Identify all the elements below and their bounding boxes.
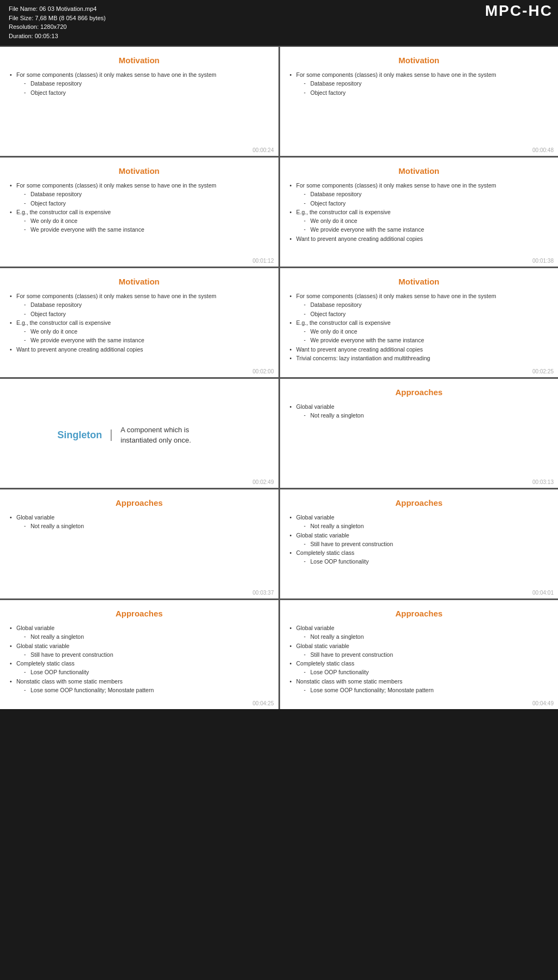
timestamp: 00:02:25 (532, 368, 554, 374)
sub-bullet: Database repository (304, 79, 549, 88)
bullet: Global static variableStill have to prev… (290, 531, 549, 549)
slide-12: ApproachesGlobal variableNot really a si… (280, 600, 559, 709)
sub-bullet: Still have to prevent construction (304, 650, 549, 659)
sub-bullet: Database repository (304, 190, 549, 198)
file-info: File Name: 06 03 Motivation.mp4 File Siz… (4, 2, 554, 43)
bullet: Want to prevent anyone creating addition… (290, 234, 549, 243)
slide-content: Global variableNot really a singletonGlo… (10, 624, 269, 694)
timestamp: 00:04:25 (253, 700, 274, 706)
bullet: Trivial concerns: lazy instantiation and… (290, 354, 549, 362)
slide-title: Motivation (290, 56, 549, 65)
sub-bullet: Database repository (24, 79, 269, 88)
resolution: Resolution: 1280x720 (9, 22, 549, 32)
timestamp: 00:00:48 (532, 147, 554, 153)
slide-3: MotivationFor some components (classes) … (0, 158, 278, 267)
sub-bullet: We provide everyone with the same instan… (304, 336, 549, 344)
sub-bullet: Lose OOP functionality (304, 557, 549, 566)
slide-title: Approaches (10, 498, 269, 507)
slide-11: ApproachesGlobal variableNot really a si… (0, 600, 278, 709)
sub-bullet: Database repository (304, 300, 549, 309)
slide-title: Motivation (10, 166, 269, 176)
timestamp: 00:04:01 (532, 590, 554, 596)
sub-bullet: Lose OOP functionality (24, 668, 269, 676)
singleton-desc: A component which is instantiated only o… (112, 425, 221, 446)
sub-bullet: Database repository (24, 300, 269, 309)
slide-title: Approaches (290, 388, 549, 397)
slide-10: ApproachesGlobal variableNot really a si… (280, 489, 559, 598)
sub-bullet: We only do it once (304, 216, 549, 225)
bullet: For some components (classes) it only ma… (290, 70, 549, 97)
slide-content: For some components (classes) it only ma… (10, 292, 269, 354)
bullet: E.g., the constructor call is expensiveW… (290, 208, 549, 234)
sub-bullet: We provide everyone with the same instan… (24, 336, 269, 344)
timestamp: 00:02:00 (253, 368, 274, 374)
bullet: Nonstatic class with some static members… (290, 677, 549, 695)
slide-content: Global variableNot really a singleton (290, 402, 549, 420)
slide-title: Approaches (10, 609, 269, 618)
sub-bullet: Not really a singleton (304, 632, 549, 641)
timestamp: 00:03:37 (253, 590, 274, 596)
slide-title: Approaches (290, 498, 549, 507)
bullet: Completely static classLose OOP function… (10, 659, 269, 677)
slide-title: Approaches (290, 609, 549, 618)
sub-bullet: Object factory (24, 310, 269, 318)
slide-content: For some components (classes) it only ma… (10, 181, 269, 234)
slide-title: Motivation (10, 56, 269, 65)
file-name: File Name: 06 03 Motivation.mp4 (9, 4, 549, 14)
singleton-label: Singleton (57, 429, 112, 441)
slide-grid: MotivationFor some components (classes) … (0, 46, 558, 709)
bullet: Global static variableStill have to prev… (10, 642, 269, 660)
bullet: Want to prevent anyone creating addition… (10, 345, 269, 354)
timestamp: 00:01:12 (253, 258, 274, 264)
duration: Duration: 00:05:13 (9, 32, 549, 41)
bullet: E.g., the constructor call is expensiveW… (10, 208, 269, 234)
bullet: For some components (classes) it only ma… (10, 181, 269, 208)
slide-content: For some components (classes) it only ma… (290, 292, 549, 362)
timestamp: 00:00:24 (253, 147, 274, 153)
sub-bullet: We only do it once (24, 216, 269, 225)
slide-content: For some components (classes) it only ma… (290, 181, 549, 243)
singleton-box: Singleton A component which is instantia… (57, 425, 221, 446)
sub-bullet: Object factory (304, 88, 549, 97)
bullet: For some components (classes) it only ma… (10, 292, 269, 318)
slide-content: Global variableNot really a singletonGlo… (290, 624, 549, 694)
bullet: Global variableNot really a singleton (10, 624, 269, 642)
sub-bullet: Object factory (24, 199, 269, 208)
slide-4: MotivationFor some components (classes) … (280, 158, 559, 267)
slide-content: For some components (classes) it only ma… (290, 70, 549, 97)
bullet: For some components (classes) it only ma… (290, 181, 549, 208)
slide-1: MotivationFor some components (classes) … (0, 47, 278, 156)
slide-6: MotivationFor some components (classes) … (280, 268, 559, 377)
sub-bullet: Object factory (304, 199, 549, 208)
slide-title: Motivation (10, 277, 269, 286)
sub-bullet: We provide everyone with the same instan… (304, 225, 549, 234)
top-bar: File Name: 06 03 Motivation.mp4 File Siz… (0, 0, 558, 46)
slide-title: Motivation (290, 277, 549, 286)
sub-bullet: Not really a singleton (24, 522, 269, 530)
sub-bullet: Still have to prevent construction (24, 650, 269, 659)
slide-2: MotivationFor some components (classes) … (280, 47, 559, 156)
timestamp: 00:03:13 (532, 479, 554, 485)
bullet: Global static variableStill have to prev… (290, 642, 549, 660)
sub-bullet: Not really a singleton (24, 632, 269, 641)
sub-bullet: Database repository (24, 190, 269, 198)
slide-9: ApproachesGlobal variableNot really a si… (0, 489, 278, 598)
slide-content: For some components (classes) it only ma… (10, 70, 269, 97)
bullet: E.g., the constructor call is expensiveW… (290, 318, 549, 345)
mpc-logo: MPC-HC (485, 2, 553, 20)
slide-content: Global variableNot really a singleton (10, 513, 269, 531)
sub-bullet: Lose some OOP functionality; Monostate p… (24, 686, 269, 694)
bullet: Global variableNot really a singleton (10, 513, 269, 531)
timestamp: 00:04:49 (532, 700, 554, 706)
timestamp: 00:02:49 (253, 479, 274, 485)
bullet: Nonstatic class with some static members… (10, 677, 269, 695)
sub-bullet: Not really a singleton (304, 411, 549, 420)
sub-bullet: Lose some OOP functionality; Monostate p… (304, 686, 549, 694)
sub-bullet: We only do it once (304, 327, 549, 336)
bullet: Completely static classLose OOP function… (290, 659, 549, 677)
slide-8: ApproachesGlobal variableNot really a si… (280, 379, 559, 488)
slide-title: Motivation (290, 166, 549, 176)
sub-bullet: Still have to prevent construction (304, 540, 549, 548)
sub-bullet: Object factory (24, 88, 269, 97)
sub-bullet: We provide everyone with the same instan… (24, 225, 269, 234)
